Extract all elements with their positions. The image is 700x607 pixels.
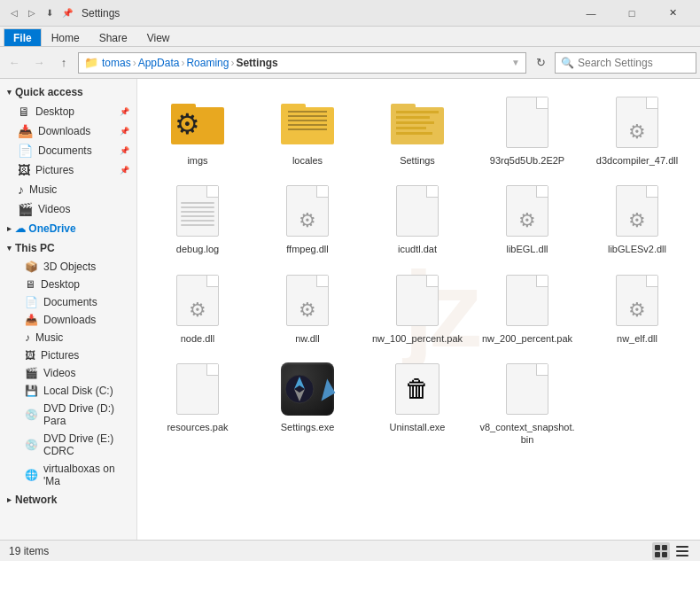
close-button[interactable]: ✕ — [652, 0, 693, 27]
path-appdata[interactable]: AppData — [138, 57, 180, 69]
file-item-icudtl[interactable]: icudtl.dat — [364, 175, 471, 260]
sidebar-item-label: virtualboxas on 'Ma — [43, 463, 129, 487]
sidebar-item-label: DVD Drive (E:) CDRC — [43, 432, 129, 457]
sidebar-item-videos-qa[interactable]: 🎬 Videos — [0, 199, 136, 219]
file-item-settings-exe[interactable]: Settings.exe — [254, 353, 361, 451]
sidebar-item-downloads[interactable]: 📥 Downloads 📌 — [0, 121, 136, 141]
sidebar-item-downloads-pc[interactable]: 📥 Downloads — [0, 311, 136, 329]
file-item-d3d[interactable]: ⚙ d3dcompiler_47.dll — [584, 86, 690, 171]
node-label: node.dll — [181, 332, 215, 345]
title-bar-system-icons: ◁ ▷ ⬇ 📌 — [7, 6, 74, 20]
file-item-debug[interactable]: debug.log — [144, 175, 251, 260]
path-tomas[interactable]: tomas — [102, 57, 131, 69]
sidebar-item-desktop[interactable]: 🖥 Desktop 📌 — [0, 102, 136, 121]
quick-access-header[interactable]: ▾ Quick access — [0, 82, 136, 102]
file-item-nw[interactable]: ⚙ nw.dll — [254, 264, 361, 349]
videos-folder-icon: 🎬 — [18, 202, 33, 216]
pin-icon[interactable]: 📌 — [60, 6, 74, 20]
file-item-settings-folder[interactable]: Settings — [364, 86, 471, 171]
sidebar-item-videos-pc[interactable]: 🎬 Videos — [0, 364, 136, 382]
file-item-libgles[interactable]: ⚙ libGLESv2.dll — [584, 175, 690, 260]
tab-share[interactable]: Share — [89, 28, 137, 46]
nw-icon: ⚙ — [279, 272, 336, 329]
back-icon[interactable]: ◁ — [7, 6, 21, 20]
93rq-icon — [499, 94, 556, 151]
search-box: 🔍 — [555, 52, 696, 74]
sidebar-item-label: Videos — [43, 367, 75, 379]
nw100-label: nw_100_percent.pak — [372, 332, 463, 345]
dvde-icon: 💿 — [25, 439, 38, 451]
sidebar-item-localc[interactable]: 💾 Local Disk (C:) — [0, 382, 136, 400]
v8-icon — [499, 361, 556, 417]
maximize-button[interactable]: □ — [611, 0, 652, 27]
svg-rect-9 — [676, 555, 688, 556]
icudtl-icon — [389, 183, 446, 239]
videos-pc-icon: 🎬 — [25, 367, 38, 379]
sidebar-item-3dobjects[interactable]: 📦 3D Objects — [0, 258, 136, 276]
sidebar-item-desktop-pc[interactable]: 🖥 Desktop — [0, 276, 136, 293]
sidebar-item-label: 3D Objects — [43, 261, 96, 273]
sidebar-item-dvde[interactable]: 💿 DVD Drive (E:) CDRC — [0, 430, 136, 460]
debug-icon — [169, 183, 226, 239]
resources-label: resources.pak — [167, 421, 228, 433]
sidebar-item-vboxas[interactable]: 🌐 virtualboxas on 'Ma — [0, 460, 136, 490]
sidebar-item-label: Documents — [38, 144, 92, 157]
sidebar-item-music-pc[interactable]: ♪ Music — [0, 329, 136, 346]
file-item-v8[interactable]: v8_context_snapshot.bin — [474, 353, 580, 451]
address-path[interactable]: 📁 tomas › AppData › Roaming › Settings ▼ — [78, 52, 526, 74]
minimize-button[interactable]: — — [571, 0, 611, 27]
nw200-icon — [499, 272, 556, 329]
svg-rect-4 — [662, 545, 667, 550]
file-item-node[interactable]: ⚙ node.dll — [144, 264, 251, 349]
desktop-folder-icon: 🖥 — [18, 105, 30, 119]
file-item-imgs[interactable]: ⚙ imgs — [144, 86, 251, 171]
forward-icon[interactable]: ▷ — [25, 6, 39, 20]
details-view-button[interactable] — [673, 542, 691, 560]
sidebar: ▾ Quick access 🖥 Desktop 📌 📥 Downloads 📌… — [0, 79, 137, 540]
sidebar-item-label: Downloads — [38, 125, 90, 137]
sidebar-item-pictures-pc[interactable]: 🖼 Pictures — [0, 346, 136, 364]
file-item-uninstall[interactable]: 🗑 Uninstall.exe — [364, 353, 471, 451]
title-bar: ◁ ▷ ⬇ 📌 Settings — □ ✕ — [0, 0, 700, 27]
sidebar-item-documents[interactable]: 📄 Documents 📌 — [0, 141, 136, 160]
sidebar-item-pictures[interactable]: 🖼 Pictures 📌 — [0, 160, 136, 180]
nav-up-button[interactable]: ↑ — [53, 52, 74, 74]
svg-rect-7 — [676, 546, 688, 548]
this-pc-header[interactable]: ▾ This PC — [0, 238, 136, 258]
93rq-label: 93rq5d5Ub.2E2P — [490, 154, 564, 167]
sidebar-item-dvdd[interactable]: 💿 DVD Drive (D:) Para — [0, 400, 136, 430]
network-header[interactable]: ▸ Network — [0, 490, 136, 510]
settings-exe-icon — [279, 361, 336, 417]
down-icon[interactable]: ⬇ — [43, 6, 57, 20]
item-count: 19 items — [9, 545, 49, 557]
file-item-libegl[interactable]: ⚙ libEGL.dll — [474, 175, 580, 260]
imgs-icon: ⚙ — [169, 94, 226, 151]
libegl-label: libEGL.dll — [506, 243, 548, 255]
documents-folder-icon: 📄 — [18, 144, 33, 158]
file-item-nwelf[interactable]: ⚙ nw_elf.dll — [584, 264, 690, 349]
file-item-nw100[interactable]: nw_100_percent.pak — [364, 264, 471, 349]
tab-view[interactable]: View — [137, 28, 180, 46]
file-item-93rq[interactable]: 93rq5d5Ub.2E2P — [474, 86, 580, 171]
large-icons-view-button[interactable] — [652, 542, 670, 560]
ribbon: File Home Share View — [0, 27, 700, 47]
nav-back-button[interactable]: ← — [4, 52, 25, 74]
sidebar-item-music-qa[interactable]: ♪ Music — [0, 180, 136, 199]
file-item-resources[interactable]: resources.pak — [144, 353, 251, 451]
sidebar-item-label: Local Disk (C:) — [43, 385, 113, 397]
nav-forward-button[interactable]: → — [28, 52, 50, 74]
nw100-icon — [389, 272, 446, 329]
refresh-button[interactable]: ↻ — [530, 52, 551, 74]
file-item-nw200[interactable]: nw_200_percent.pak — [474, 264, 580, 349]
file-item-locales[interactable]: locales — [254, 86, 361, 171]
tab-file[interactable]: File — [4, 28, 42, 46]
path-settings[interactable]: Settings — [236, 57, 277, 69]
sidebar-item-documents-pc[interactable]: 📄 Documents — [0, 293, 136, 311]
file-item-ffmpeg[interactable]: ⚙ ffmpeg.dll — [254, 175, 361, 260]
onedrive-chevron: ▸ — [7, 224, 12, 233]
file-area: jz ⚙ imgs — [137, 79, 700, 540]
tab-home[interactable]: Home — [42, 28, 89, 46]
onedrive-header[interactable]: ▸ ☁ OneDrive — [0, 219, 136, 238]
search-input[interactable] — [578, 57, 700, 69]
path-roaming[interactable]: Roaming — [186, 57, 229, 69]
